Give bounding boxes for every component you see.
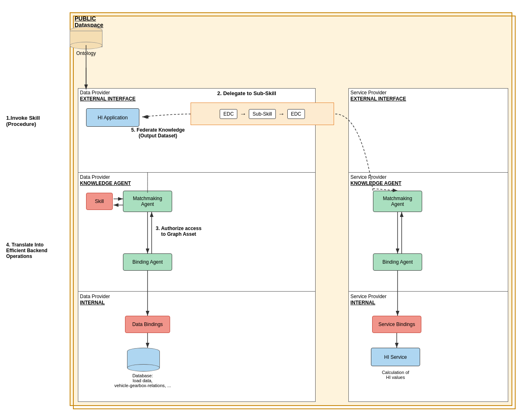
database-label: Database: load data, vehicle-gearbox-rel…: [106, 373, 180, 388]
database-cylinder: [127, 348, 160, 372]
sub-skill-box: Sub-Skill: [249, 109, 275, 119]
sp-knowledge-label: Service Provider KNOWLEDGE AGENT: [350, 174, 401, 186]
matchmaking-agent-left: Matchmaking Agent: [123, 191, 172, 212]
dp-knowledge-label: Data Provider KNOWLEDGE AGENT: [80, 174, 131, 186]
hi-service-box: HI Service: [371, 348, 420, 366]
step2-label: 2. Delegate to Sub-Skill: [217, 90, 276, 96]
step4-label: 4. Translate IntoEfficient BackendOperat…: [6, 242, 64, 259]
binding-agent-right: Binding Agent: [373, 253, 422, 271]
sp-divider2: [348, 291, 508, 292]
skill-box: Skill: [86, 193, 113, 210]
dp-external-label: Data Provider EXTERNAL INTERFACE: [80, 89, 136, 102]
sp-external-label: Service Provider EXTERNAL INTERFACE: [350, 89, 406, 102]
ontology-component: Ontology: [68, 27, 105, 56]
sp-internal-label: Service Provider INTERNAL: [350, 293, 386, 306]
sp-divider1: [348, 172, 508, 173]
step5-label: 5. Federate Knowledge(Output Dataset): [131, 127, 185, 139]
edc-subskill-container: EDC → Sub-Skill → EDC: [191, 103, 334, 125]
hi-service-sublabel: Calculation of HI values: [361, 370, 430, 380]
dp-internal-label: Data Provider INTERNAL: [80, 293, 110, 306]
ontology-label: Ontology: [68, 50, 105, 56]
binding-agent-left: Binding Agent: [123, 253, 172, 271]
cylinder-bottom: [70, 42, 102, 49]
edc-right-box: EDC: [287, 109, 305, 119]
matchmaking-agent-right: Matchmaking Agent: [373, 191, 422, 212]
arrow-subskill-edc: →: [278, 110, 285, 118]
data-provider-box: [78, 88, 316, 402]
arrow-edc-subskill: →: [240, 110, 246, 118]
hi-application-box: HI Application: [86, 108, 139, 127]
edc-left-box: EDC: [220, 109, 237, 119]
dp-divider1: [78, 172, 316, 173]
ontology-cylinder: [70, 27, 102, 49]
diagram-container: PUBLIC Dataspace Ontology 1.Invoke Skill…: [4, 4, 528, 411]
step3-label: 3. Authorize accessto Graph Asset: [156, 226, 202, 237]
step1-label: 1.Invoke Skill(Procedure): [6, 115, 64, 127]
dp-divider2: [78, 291, 316, 292]
data-bindings-box: Data Bindings: [125, 316, 170, 333]
service-bindings-box: Service Bindings: [372, 316, 421, 333]
